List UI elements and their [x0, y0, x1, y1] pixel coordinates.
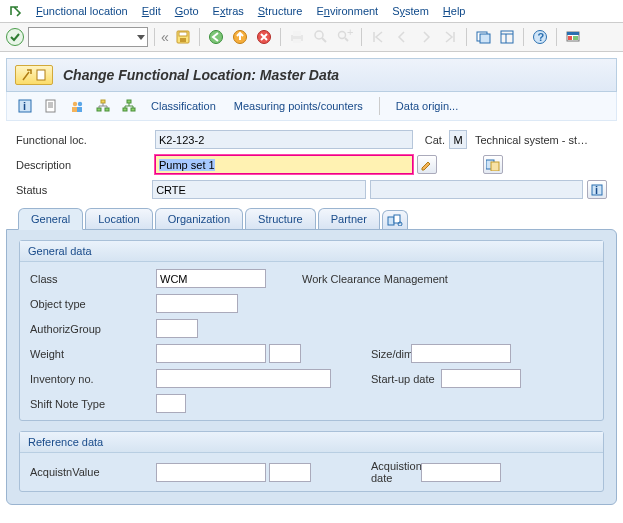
- inventory-no-label: Inventory no.: [30, 373, 156, 385]
- svg-line-12: [345, 38, 348, 41]
- last-page-button: [440, 27, 460, 47]
- acquisition-date-input[interactable]: [421, 463, 501, 482]
- authoriz-group-input[interactable]: [156, 319, 198, 338]
- enter-button[interactable]: [6, 28, 24, 46]
- find-button: [311, 27, 331, 47]
- long-text-button[interactable]: [417, 155, 437, 174]
- cat-text: Technical system - st…: [471, 134, 588, 146]
- partner-icon[interactable]: [69, 98, 85, 114]
- svg-rect-22: [567, 32, 579, 35]
- save-button[interactable]: [173, 27, 193, 47]
- svg-rect-23: [568, 36, 572, 40]
- hierarchy-icon[interactable]: [95, 98, 111, 114]
- svg-rect-16: [501, 31, 513, 43]
- svg-rect-7: [293, 31, 301, 36]
- functional-loc-label: Functional loc.: [16, 134, 151, 146]
- page-title: Change Functional Location: Master Data: [63, 67, 339, 83]
- group-reference-data: Reference data AcquistnValue Acquistion …: [19, 431, 604, 492]
- chevron-down-icon: [137, 35, 145, 40]
- menu-structure[interactable]: Structure: [258, 5, 303, 17]
- size-input[interactable]: [411, 344, 511, 363]
- help-button[interactable]: ?: [530, 27, 550, 47]
- tab-general[interactable]: General: [18, 208, 83, 230]
- command-field[interactable]: [28, 27, 148, 47]
- tab-organization[interactable]: Organization: [155, 208, 243, 229]
- svg-text:+: +: [347, 29, 353, 38]
- menu-edit[interactable]: Edit: [142, 5, 161, 17]
- startup-date-input[interactable]: [441, 369, 521, 388]
- tab-location[interactable]: Location: [85, 208, 153, 229]
- menu-system[interactable]: System: [392, 5, 429, 17]
- inventory-no-input[interactable]: [156, 369, 331, 388]
- group-title-reference-data: Reference data: [20, 432, 603, 453]
- acquistn-currency-input[interactable]: [269, 463, 311, 482]
- menu-functional-location[interactable]: Functional location: [36, 5, 128, 17]
- document-icon[interactable]: [43, 98, 59, 114]
- svg-point-32: [73, 102, 77, 106]
- first-page-button: [368, 27, 388, 47]
- cancel-button[interactable]: [254, 27, 274, 47]
- print-button: [287, 27, 307, 47]
- weight-input[interactable]: [156, 344, 266, 363]
- menu-goto[interactable]: Goto: [175, 5, 199, 17]
- exit-button[interactable]: [230, 27, 250, 47]
- measuring-points-button[interactable]: Measuring points/counters: [230, 100, 367, 112]
- svg-line-10: [322, 38, 326, 42]
- object-type-input[interactable]: [156, 294, 238, 313]
- classification-button[interactable]: Classification: [147, 100, 220, 112]
- svg-rect-39: [127, 100, 131, 103]
- svg-rect-15: [480, 34, 490, 43]
- class-label: Class: [30, 273, 156, 285]
- group-general-data: General data Class WCM Work Clearance Ma…: [19, 240, 604, 421]
- svg-rect-28: [46, 100, 55, 112]
- menu-app-icon[interactable]: [8, 4, 22, 18]
- data-origin-button[interactable]: Data origin...: [392, 100, 462, 112]
- info-icon[interactable]: i: [17, 98, 33, 114]
- status-detail-button[interactable]: i: [587, 180, 607, 199]
- object-type-label: Object type: [30, 298, 156, 310]
- svg-rect-25: [37, 70, 45, 80]
- class-input[interactable]: WCM: [156, 269, 266, 288]
- svg-point-33: [78, 102, 82, 106]
- svg-rect-46: [388, 217, 394, 225]
- functional-loc-value: K2-123-2: [155, 130, 413, 149]
- svg-rect-41: [131, 108, 135, 111]
- class-text: Work Clearance Management: [266, 273, 448, 285]
- svg-point-9: [315, 31, 323, 39]
- menu-extras[interactable]: Extras: [213, 5, 244, 17]
- svg-rect-2: [180, 38, 186, 42]
- tab-more[interactable]: [382, 210, 408, 229]
- status-label: Status: [16, 184, 148, 196]
- menu-environment[interactable]: Environment: [316, 5, 378, 17]
- tab-partner[interactable]: Partner: [318, 208, 380, 229]
- svg-rect-37: [97, 108, 101, 111]
- svg-rect-38: [105, 108, 109, 111]
- description-input[interactable]: Pump set 1: [155, 155, 413, 174]
- new-session-button[interactable]: [473, 27, 493, 47]
- menu-help[interactable]: Help: [443, 5, 466, 17]
- acquistn-value-input[interactable]: [156, 463, 266, 482]
- collapse-icon[interactable]: «: [161, 29, 169, 45]
- wizard-button[interactable]: [15, 65, 53, 85]
- next-page-button: [416, 27, 436, 47]
- structure-icon[interactable]: [121, 98, 137, 114]
- shift-note-type-input[interactable]: [156, 394, 186, 413]
- group-title-general-data: General data: [20, 241, 603, 262]
- size-label: Size/dimension: [301, 348, 411, 360]
- customize-button[interactable]: [563, 27, 583, 47]
- svg-rect-40: [123, 108, 127, 111]
- svg-rect-43: [491, 162, 499, 171]
- svg-text:i: i: [595, 184, 598, 196]
- multi-lang-button[interactable]: [483, 155, 503, 174]
- back-button[interactable]: [206, 27, 226, 47]
- layout-button[interactable]: [497, 27, 517, 47]
- svg-rect-8: [293, 39, 301, 43]
- prev-page-button: [392, 27, 412, 47]
- shift-note-type-label: Shift Note Type: [30, 398, 156, 410]
- cat-label: Cat.: [417, 134, 445, 146]
- acquisition-date-label: Acquistion date: [311, 460, 421, 484]
- tab-structure[interactable]: Structure: [245, 208, 316, 229]
- weight-unit-input[interactable]: [269, 344, 301, 363]
- find-next-button: +: [335, 27, 355, 47]
- svg-rect-36: [101, 100, 105, 103]
